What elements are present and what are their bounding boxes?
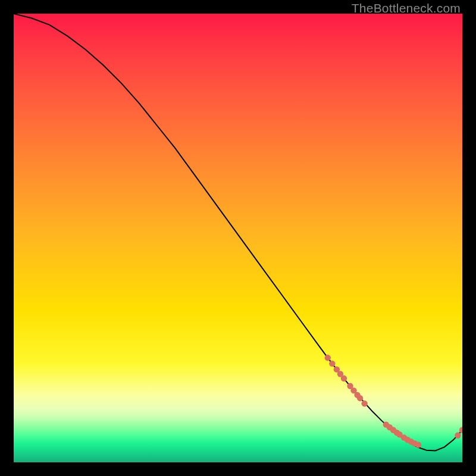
curve-marker bbox=[455, 433, 461, 439]
curve-marker bbox=[341, 375, 347, 381]
curve-marker bbox=[329, 361, 335, 367]
curve-marker bbox=[325, 355, 331, 361]
curve-marker bbox=[357, 395, 363, 401]
curve-svg bbox=[14, 14, 462, 462]
plot-area bbox=[14, 14, 462, 462]
curve-markers bbox=[325, 355, 462, 448]
chart-stage: TheBottleneck.com bbox=[0, 0, 476, 476]
curve-marker bbox=[415, 441, 421, 447]
curve-marker bbox=[361, 400, 367, 406]
bottleneck-curve bbox=[14, 14, 462, 450]
